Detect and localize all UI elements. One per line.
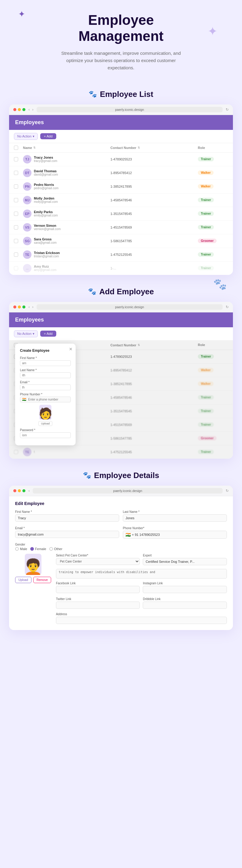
address-field: Address xyxy=(56,613,227,624)
dot-red-add[interactable] xyxy=(13,306,16,309)
upload-button[interactable]: Upload xyxy=(15,577,31,583)
edit-phone-row: 🇮🇳 + 91 14789025523 xyxy=(123,531,227,538)
first-name-input[interactable] xyxy=(20,360,71,366)
last-name-input[interactable] xyxy=(20,372,71,378)
email-input[interactable] xyxy=(20,384,71,390)
refresh-icon[interactable]: ↻ xyxy=(226,107,229,112)
table-row[interactable]: VS Vernon Simon vernion@gmail.com 1-4515… xyxy=(9,221,233,234)
modal-upload-button[interactable]: Upload xyxy=(38,421,53,426)
twitter-input[interactable] xyxy=(56,601,140,609)
row-checkbox[interactable] xyxy=(14,171,18,175)
row-checkbox[interactable] xyxy=(14,157,18,161)
sort-phone-icon[interactable]: ⇅ xyxy=(138,146,140,149)
row-checkbox[interactable] xyxy=(14,252,18,257)
select-all-checkbox[interactable] xyxy=(14,146,23,150)
instagram-field: Instagram Link xyxy=(143,582,227,593)
no-action-button-add[interactable]: No Action ▾ xyxy=(14,330,38,337)
forward-icon-add[interactable]: › xyxy=(32,305,33,309)
refresh-icon-add[interactable]: ↻ xyxy=(226,305,229,309)
hero-section: ✦ EmployeeManagement Streamline task man… xyxy=(0,0,242,81)
employees-header-title: Employees xyxy=(15,119,44,125)
page-title: EmployeeManagement xyxy=(18,12,224,44)
chevron-down-icon: ▾ xyxy=(33,134,34,138)
forward-icon[interactable]: › xyxy=(32,107,33,112)
browser-bar-add: ‹ › paerly.iconic.design ↻ xyxy=(9,302,233,312)
gender-male[interactable]: Male xyxy=(15,547,27,551)
employee-phone: 1-4752125545 xyxy=(110,253,198,256)
row-checkbox[interactable] xyxy=(14,184,18,189)
table-header: Name ⇅ Contact Number ⇅ Role xyxy=(9,143,233,153)
employee-info: MJ Molly Jorden molly@gmail.com xyxy=(23,196,110,204)
expert-input[interactable] xyxy=(143,558,227,565)
facebook-input[interactable] xyxy=(56,586,140,593)
table-row[interactable]: PN Pedro Norris pedro@gmail.com 1-385241… xyxy=(9,180,233,193)
avatar: EP xyxy=(23,210,31,218)
table-row[interactable]: EP Emily Parks emily@gmail.com 1-3515478… xyxy=(9,207,233,221)
no-action-button[interactable]: No Action ▾ xyxy=(14,133,38,140)
sort-icon[interactable]: ⇅ xyxy=(33,146,36,149)
avatar-person-icon: 🧑‍🦱 xyxy=(25,559,41,575)
pet-care-label: Select Pet Care Center* xyxy=(56,554,140,557)
back-icon[interactable]: ‹ xyxy=(28,107,30,112)
address-input[interactable] xyxy=(56,617,227,624)
pet-care-select[interactable]: Pet Care Center xyxy=(56,558,140,565)
modal-close-button[interactable]: ✕ xyxy=(69,347,73,351)
pet-care-field: Select Pet Care Center* Pet Care Center xyxy=(56,554,140,565)
employee-name: Molly Jorden xyxy=(34,196,58,200)
password-input[interactable] xyxy=(20,432,71,438)
remove-button[interactable]: Remove xyxy=(33,577,51,583)
row-checkbox[interactable] xyxy=(14,225,18,229)
role-badge: Walker xyxy=(198,184,214,189)
last-name-label: Last Name * xyxy=(20,368,71,372)
add-employee-button-add[interactable]: + Add xyxy=(40,331,56,337)
table-row[interactable]: DT David Thomas david@gmail.com 1-895478… xyxy=(9,166,233,180)
edit-phone-field: Phone Number* 🇮🇳 + 91 14789025523 xyxy=(123,526,227,538)
role-badge: Trainer xyxy=(198,252,214,257)
back-icon-details[interactable]: ‹ xyxy=(28,488,30,493)
dot-red[interactable] xyxy=(13,108,16,111)
table-row[interactable]: SG Sara Gross sara@gmail.com 1-586154778… xyxy=(9,234,233,248)
dot-yellow[interactable] xyxy=(18,108,21,111)
gender-other[interactable]: Other xyxy=(49,547,63,551)
bio-textarea[interactable]: training to empower individuals with dis… xyxy=(56,569,227,579)
back-icon-add[interactable]: ‹ xyxy=(28,305,30,309)
instagram-input[interactable] xyxy=(143,586,227,593)
employees-header-title-add: Employees xyxy=(15,317,44,323)
table-row[interactable]: MJ Molly Jorden molly@gmail.com 1-458547… xyxy=(9,193,233,207)
add-employee-button[interactable]: + Add xyxy=(40,133,56,139)
paw-icon: 🐾 xyxy=(89,90,97,98)
edit-avatar-area: 🧑‍🦱 Upload Remove xyxy=(15,554,51,625)
dot-green-details[interactable] xyxy=(23,489,25,492)
radio-female[interactable] xyxy=(30,547,34,551)
dot-yellow-details[interactable] xyxy=(18,489,21,492)
dot-red-details[interactable] xyxy=(13,489,16,492)
row-checkbox[interactable] xyxy=(14,212,18,216)
dribbble-input[interactable] xyxy=(143,601,227,609)
edit-email-input[interactable] xyxy=(15,531,119,538)
edit-first-name-input[interactable] xyxy=(15,515,119,522)
table-row[interactable]: TJ Tracy Jones tracy@gmail.com 1-4789025… xyxy=(9,153,233,166)
expert-label: Expert xyxy=(143,554,227,557)
employee-info: TJ Tracy Jones tracy@gmail.com xyxy=(23,155,110,163)
employee-phone: 1-4515478569 xyxy=(110,225,198,229)
employee-name: Pedro Norris xyxy=(34,183,58,186)
radio-other[interactable] xyxy=(49,547,53,551)
edit-last-name-field: Last Name * xyxy=(123,510,227,522)
edit-last-name-input[interactable] xyxy=(123,515,227,522)
table-row[interactable]: TE Tristan Erickson tristan@gmail.com 1-… xyxy=(9,248,233,261)
dot-green[interactable] xyxy=(23,108,25,111)
person-icon: 🧑 xyxy=(39,407,51,420)
chevron-down-icon-add: ▾ xyxy=(33,332,34,336)
edit-first-name-label: First Name * xyxy=(15,510,119,514)
table-with-modal: Name ⇅ Contact Number ⇅ Role TJ xyxy=(9,341,233,459)
avatar: PN xyxy=(23,182,31,191)
radio-male[interactable] xyxy=(15,547,19,551)
gender-female[interactable]: Female xyxy=(30,547,46,551)
employee-phone: 1-4585478546 xyxy=(110,198,198,202)
dot-yellow-add[interactable] xyxy=(18,306,21,309)
phone-input[interactable] xyxy=(28,398,69,401)
refresh-icon-details[interactable]: ↻ xyxy=(226,489,229,493)
row-checkbox[interactable] xyxy=(14,198,18,202)
dot-green-add[interactable] xyxy=(23,306,25,309)
row-checkbox[interactable] xyxy=(14,239,18,243)
